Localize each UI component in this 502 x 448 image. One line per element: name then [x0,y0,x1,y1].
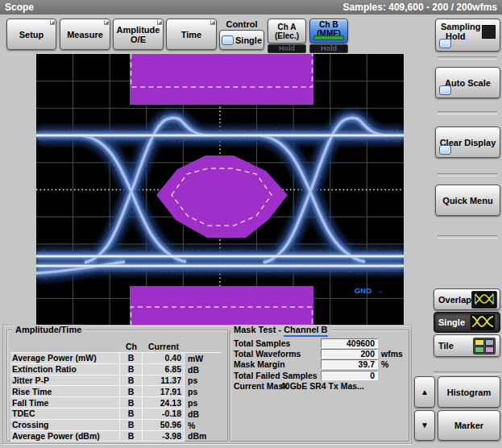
column-header-current: Current [143,342,185,351]
menu-corner-icon [210,20,215,25]
amplitude-label-2: O/E [131,35,146,44]
up-arrow-icon: ▲ [421,388,429,397]
measure-button[interactable]: Measure [60,19,110,50]
mask-row: Total Waveforms 200 wfms [234,348,405,359]
row-unit: dB [185,364,199,375]
measurement-row: Crossing B 50.96 % [10,420,222,431]
mask-top [130,54,313,105]
tile-label: Tile [438,341,454,351]
checkbox-icon [222,35,234,45]
mask-row-value: 39.7 [321,359,378,369]
row-value: 0.40 [143,353,185,364]
measurement-row: Rise Time B 17.91 ps [10,386,222,397]
samples-counter: Samples: 409,600 - 200 / 200wfms [343,2,497,13]
ch-b-label: Ch B [319,20,338,29]
scroll-up-button[interactable]: ▲ [414,376,435,408]
mask-row: Mask Margin 39.7 % [234,359,405,370]
marker-button[interactable]: Marker [438,410,500,441]
measurement-row: TDEC B -0.18 dB [10,409,222,420]
current-mask-value: 40GbE SR4 Tx Mas... [280,381,364,391]
ch-a-label: Ch A [278,23,297,31]
quick-menu-button[interactable]: Quick Menu [435,185,500,216]
single-label: Single [438,317,465,327]
eye-overlap-icon [471,291,497,309]
row-channel: B [120,420,143,431]
clear-display-button[interactable]: Clear Display [435,127,500,158]
row-unit: dBm [185,431,206,442]
eye-diagram-display: GND → [36,54,404,326]
app-title: Scope [5,2,34,13]
sampling-hold-button[interactable]: Sampling Hold [435,19,500,52]
mask-row: Total Failed Samples 0 [234,370,405,380]
menu-corner-icon [157,20,162,25]
mask-row-label: Total Waveforms [234,349,321,359]
measurement-row: Average Power (dBm) B -3.98 dBm [10,431,222,442]
mask-row-value: 409600 [321,338,378,348]
ch-a-sublabel: (Elec.) [275,31,299,40]
row-value: 24.13 [143,397,185,409]
mask-row-label: Mask Margin [234,359,321,369]
amplitude-panel-title: Amplitude/Time [12,325,85,334]
measurement-row: Average Power (mW) B 0.40 mW [10,352,222,364]
row-unit: mW [185,353,203,364]
row-unit: ps [185,397,197,409]
row-value: 50.96 [143,420,185,431]
row-value: 6.85 [143,364,185,375]
checkbox-icon [439,85,451,95]
view-tile-button[interactable]: Tile [434,334,500,357]
divider [438,111,497,114]
view-overlap-button[interactable]: Overlap [434,288,500,310]
time-label: Time [181,30,201,39]
amplitude-oe-button[interactable]: Amplitude O/E [113,19,164,50]
auto-scale-button[interactable]: Auto Scale [435,67,500,98]
ch-a-hold-button[interactable]: Hold [268,44,306,53]
mask-test-rows: Total Samples 409600 Total Waveforms 200… [234,338,405,392]
row-label: Crossing [10,420,120,431]
measurement-row: Extinction Ratio B 6.85 dB [10,364,222,375]
menu-corner-icon [104,20,109,25]
row-value: -0.18 [143,409,185,420]
measurement-row: Jitter P-P B 11.37 ps [10,375,222,387]
mask-row-value: 0 [321,371,378,380]
eye-single-icon [470,313,496,331]
row-label: Rise Time [10,386,120,397]
control-ch-single-toggle[interactable]: Single [219,30,264,50]
amplitude-time-panel: Amplitude/Time Ch Current Average Power … [6,330,228,442]
view-single-button[interactable]: Single [434,312,500,333]
mask-row-label: Total Failed Samples [234,371,321,380]
setup-button[interactable]: Setup [6,19,56,50]
row-label: Average Power (dBm) [10,431,120,442]
scroll-down-button[interactable]: ▼ [414,410,435,441]
row-value: 11.37 [143,375,185,387]
sampling-label-1: Sampling [441,22,481,31]
row-value: 17.91 [143,386,185,397]
row-unit: ps [185,375,197,387]
ch-b-button[interactable]: Ch B (MMF) [309,19,348,44]
menu-corner-icon [50,20,55,25]
ch-b-hold-button[interactable]: Hold [309,44,348,53]
gnd-arrow-icon: → [375,286,384,295]
row-unit: dB [185,409,199,420]
mask-test-title-prefix: Mask Test - [234,325,284,334]
down-arrow-icon: ▼ [421,421,429,430]
marker-label: Marker [454,421,483,430]
row-label: Extinction Ratio [10,364,120,375]
ch-a-button[interactable]: Ch A (Elec.) [268,19,306,44]
mask-row-value: 200 [321,349,378,359]
mask-test-title: Mask Test - Channel B [230,325,331,334]
row-label: Jitter P-P [10,375,120,387]
row-channel: B [120,431,143,442]
quick-menu-label: Quick Menu [442,196,492,205]
ch-b-hold-label: Hold [321,44,337,52]
divider [438,56,497,60]
title-bar: Scope Samples: 409,600 - 200 / 200wfms [0,0,502,15]
time-button[interactable]: Time [166,19,217,50]
current-mask-label: Current Mask [234,381,280,391]
eye-diagram: GND → [36,54,404,326]
tile-green [475,346,484,353]
divider [434,371,500,375]
tile-icon [473,338,496,355]
divider [438,173,497,176]
row-unit: % [185,420,195,431]
histogram-button[interactable]: Histogram [438,376,500,408]
